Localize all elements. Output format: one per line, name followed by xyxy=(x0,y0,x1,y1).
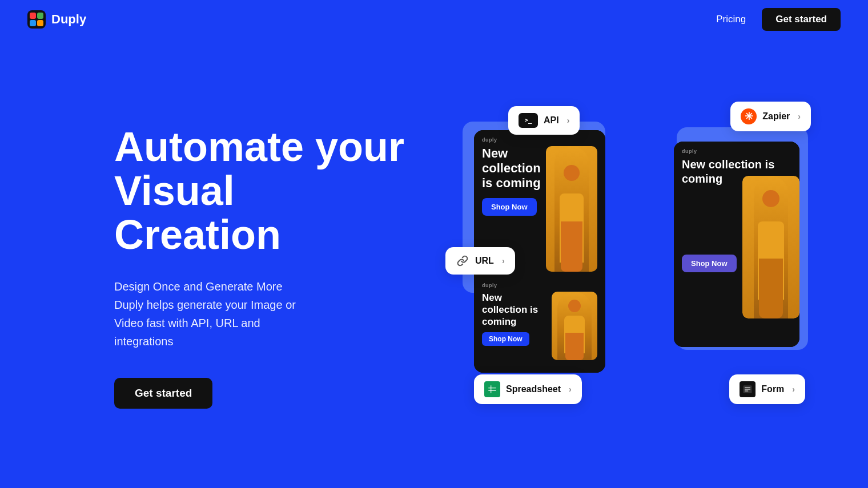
hero-section: Automate your Visual Creation Design Onc… xyxy=(0,46,868,488)
svg-rect-4 xyxy=(37,20,43,26)
api-label: API xyxy=(544,115,559,126)
hero-left: Automate your Visual Creation Design Onc… xyxy=(114,125,411,409)
form-pill[interactable]: Form › xyxy=(729,374,805,404)
zapier-icon: ✳ xyxy=(741,108,757,124)
card-main-cta: Shop Now xyxy=(482,198,537,216)
url-arrow-icon: › xyxy=(502,256,505,265)
card-main-title: Newcollectionis coming xyxy=(482,146,546,191)
api-pill[interactable]: >_ API › xyxy=(508,106,580,135)
card-bottom-title: New collection is coming xyxy=(482,292,547,328)
url-pill[interactable]: URL › xyxy=(445,247,515,275)
card-bottom-cta: Shop Now xyxy=(482,332,529,346)
api-icon-text: >_ xyxy=(524,116,532,124)
url-icon xyxy=(456,254,469,268)
form-label: Form xyxy=(761,384,784,394)
hero-get-started-button[interactable]: Get started xyxy=(114,378,212,409)
duply-brand-small-2: duply xyxy=(482,283,497,288)
person-figure-secondary xyxy=(742,176,799,318)
zapier-arrow-icon: › xyxy=(798,112,801,121)
card-bottom: duply New collection is coming Shop Now xyxy=(474,276,605,373)
spreadsheet-arrow-icon: › xyxy=(569,385,572,394)
nav-get-started-button[interactable]: Get started xyxy=(762,8,841,31)
zapier-pill[interactable]: ✳ Zapier › xyxy=(730,102,811,131)
duply-brand-small-3: duply xyxy=(682,148,697,154)
logo[interactable]: Duply xyxy=(27,10,86,29)
zapier-label: Zapier xyxy=(762,111,790,122)
hero-illustration: duply Newcollectionis coming Shop Now xyxy=(445,96,822,438)
person-figure-bottom xyxy=(552,292,597,360)
form-icon xyxy=(740,381,756,397)
svg-rect-2 xyxy=(37,13,43,19)
form-arrow-icon: › xyxy=(792,385,795,394)
duply-brand-small: duply xyxy=(482,137,497,143)
card-secondary: duply New collection is coming Shop Now xyxy=(674,142,799,347)
api-arrow-icon: › xyxy=(567,116,570,125)
hero-title: Automate your Visual Creation xyxy=(114,125,411,257)
person-figure-main xyxy=(546,146,597,272)
api-icon: >_ xyxy=(519,113,538,128)
hero-subtitle: Design Once and Generate MoreDuply helps… xyxy=(114,277,354,350)
svg-rect-1 xyxy=(30,13,36,19)
duply-logo-icon xyxy=(27,10,46,29)
spreadsheet-icon xyxy=(484,381,500,397)
pricing-link[interactable]: Pricing xyxy=(716,14,746,25)
spreadsheet-label: Spreadsheet xyxy=(506,384,561,394)
logo-text: Duply xyxy=(51,12,86,27)
nav-right: Pricing Get started xyxy=(716,8,841,31)
svg-rect-3 xyxy=(30,20,36,26)
svg-rect-0 xyxy=(27,10,46,29)
svg-rect-5 xyxy=(488,385,496,393)
card-secondary-cta: Shop Now xyxy=(682,255,737,272)
url-label: URL xyxy=(475,256,494,266)
navbar: Duply Pricing Get started xyxy=(0,0,868,39)
spreadsheet-pill[interactable]: Spreadsheet › xyxy=(474,374,582,404)
